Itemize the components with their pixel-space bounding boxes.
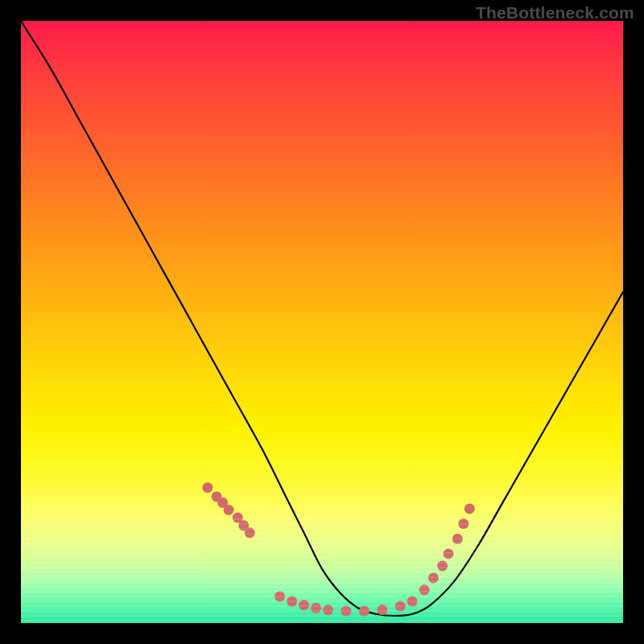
highlight-dot bbox=[202, 482, 213, 493]
highlight-dot bbox=[299, 600, 309, 610]
highlight-dots bbox=[202, 482, 474, 616]
highlight-dot bbox=[377, 605, 387, 615]
highlight-dot bbox=[428, 572, 439, 583]
highlight-dot bbox=[311, 603, 321, 613]
highlight-dot bbox=[419, 584, 430, 595]
bottleneck-curve bbox=[21, 21, 623, 616]
highlight-dot bbox=[437, 560, 448, 571]
chart-frame: TheBottleneck.com bbox=[0, 0, 644, 644]
watermark-text: TheBottleneck.com bbox=[476, 3, 634, 23]
chart-svg bbox=[21, 21, 623, 623]
highlight-dot bbox=[341, 606, 351, 617]
highlight-dot bbox=[275, 592, 285, 602]
highlight-dot bbox=[287, 597, 297, 607]
plot-area bbox=[21, 21, 623, 623]
highlight-dot bbox=[245, 527, 255, 538]
highlight-dot bbox=[323, 605, 333, 615]
highlight-dot bbox=[458, 518, 469, 529]
highlight-dot bbox=[452, 534, 463, 544]
highlight-dot bbox=[359, 606, 369, 617]
highlight-dot bbox=[444, 548, 454, 559]
highlight-dot bbox=[395, 601, 406, 612]
highlight-dot bbox=[407, 597, 418, 607]
highlight-dot bbox=[224, 505, 234, 515]
highlight-dot bbox=[464, 503, 475, 514]
